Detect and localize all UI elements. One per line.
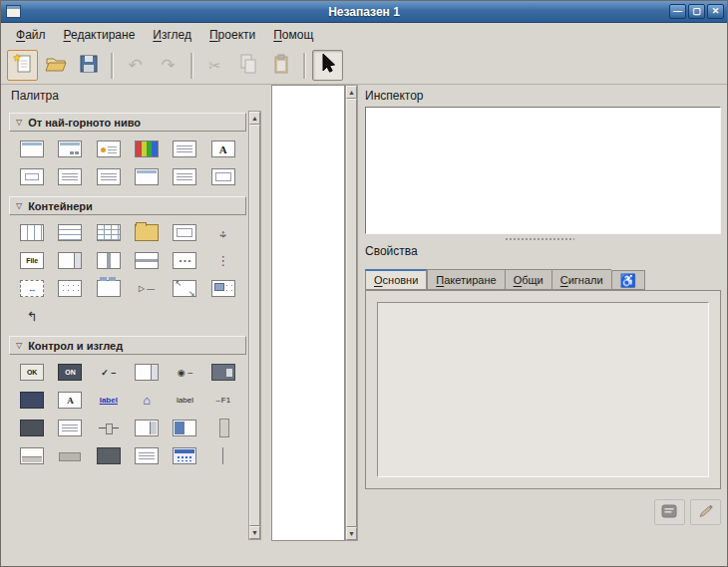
palette-item-input-dialog[interactable] xyxy=(13,168,51,185)
palette-item-toolbar-strip[interactable] xyxy=(90,447,128,464)
statusbar-icon xyxy=(20,447,44,464)
alignment-icon xyxy=(211,224,235,241)
menu-view[interactable]: Изглед xyxy=(144,25,200,45)
palette-item-font-selection-dialog[interactable]: A xyxy=(204,141,242,157)
palette-item-scrolled-window[interactable] xyxy=(166,280,203,297)
menu-projects[interactable]: Проекти xyxy=(200,25,264,45)
palette-item-hpaned[interactable] xyxy=(90,252,128,269)
scroll-down-icon[interactable]: ▼ xyxy=(249,526,260,539)
palette-item-message-dialog[interactable] xyxy=(90,141,128,157)
menu-help[interactable]: Помощ xyxy=(264,25,322,45)
pointer-button[interactable] xyxy=(312,50,343,81)
palette-item-text-view[interactable] xyxy=(51,420,89,436)
palette-item-vbox[interactable] xyxy=(51,224,89,241)
palette-item-toggle-button[interactable]: ON xyxy=(51,364,89,381)
combo-box-icon xyxy=(211,364,235,381)
tab-accessibility[interactable]: ♿ xyxy=(611,270,645,290)
palette-item-frame[interactable] xyxy=(166,224,203,241)
palette-item-file-selection-dialog[interactable] xyxy=(166,141,203,157)
palette-item-window[interactable] xyxy=(13,141,51,157)
minimize-button[interactable]: — xyxy=(669,4,686,19)
palette-item-expander[interactable] xyxy=(128,280,166,297)
tab-general[interactable]: Основни xyxy=(365,269,427,290)
palette-item-popup-window[interactable] xyxy=(204,168,242,185)
palette-item-vpaned[interactable] xyxy=(128,252,166,269)
vscrollbar-icon xyxy=(211,420,235,436)
palette-item-dialog[interactable] xyxy=(51,141,89,157)
palette-item-text-entry[interactable]: A xyxy=(51,392,89,409)
palette-item-fixed[interactable] xyxy=(128,224,166,241)
palette-item-toolbar-widget[interactable] xyxy=(51,252,89,269)
palette-item-list-view[interactable] xyxy=(128,447,166,464)
palette-item-layout[interactable] xyxy=(204,280,242,297)
palette-item-event-box[interactable] xyxy=(51,280,89,297)
palette-item-label[interactable]: label xyxy=(166,392,203,409)
menu-edit[interactable]: Редактиране xyxy=(55,25,145,45)
save-button[interactable] xyxy=(73,50,104,81)
palette-item-calendar[interactable] xyxy=(166,447,203,464)
scroll-down-icon[interactable]: ▼ xyxy=(346,527,357,540)
palette-item-vscrollbar[interactable] xyxy=(204,420,242,436)
pane-gripper[interactable] xyxy=(505,237,574,241)
palette-item-spin-button[interactable] xyxy=(128,420,166,436)
palette-item-file-chooser-dialog[interactable] xyxy=(90,168,128,185)
image-icon xyxy=(20,420,44,436)
palette-item-about-dialog[interactable] xyxy=(51,168,89,185)
canvas-scrollbar[interactable]: ▲ ▼ xyxy=(345,85,358,541)
titlebar[interactable]: Незапазен 1 — ▢ ✕ xyxy=(1,1,727,23)
palette-item-progress-bar[interactable] xyxy=(166,420,203,436)
palette-item-check-button[interactable] xyxy=(90,364,128,381)
scroll-up-icon[interactable]: ▲ xyxy=(249,112,260,125)
new-button[interactable] xyxy=(7,50,38,81)
palette-item-color-selection-dialog[interactable] xyxy=(128,141,166,157)
palette-item-combo-box[interactable] xyxy=(204,364,242,381)
palette-item-recent-chooser-dialog[interactable] xyxy=(166,168,203,185)
palette-item-menubar[interactable]: File xyxy=(13,252,51,269)
vbox-icon xyxy=(58,224,82,241)
palette-item-handle-box[interactable] xyxy=(13,308,51,325)
palette-item-hscale[interactable] xyxy=(90,420,128,436)
palette-section-header-1[interactable]: ▽Контейнери xyxy=(9,196,246,215)
tab-packing[interactable]: Пакетиране xyxy=(427,269,504,290)
palette-item-notebook[interactable] xyxy=(90,280,128,297)
palette-section-header-2[interactable]: ▽Контрол и изглед xyxy=(9,336,246,355)
palette-item-link-button[interactable]: label xyxy=(90,392,128,409)
palette-item-viewport[interactable] xyxy=(13,280,51,297)
open-button[interactable] xyxy=(40,50,71,81)
scroll-up-icon[interactable]: ▲ xyxy=(346,86,357,99)
content-area: Палитра ▽От най-горното нивоA▽Контейнери… xyxy=(1,85,727,566)
palette-item-image[interactable] xyxy=(13,420,51,436)
palette-item-table[interactable] xyxy=(90,224,128,241)
tab-signals[interactable]: Сигнали xyxy=(551,269,611,290)
palette-item-button[interactable]: OK xyxy=(13,364,51,381)
palette-item-vseparator[interactable] xyxy=(204,447,242,464)
palette-item-entry[interactable] xyxy=(13,392,51,409)
palette-scrollbar[interactable]: ▲ ▼ xyxy=(248,111,261,540)
toolbar-separator xyxy=(303,53,305,79)
palette-item-vbuttonbox[interactable] xyxy=(204,252,242,269)
assistant-icon xyxy=(135,168,159,185)
scrollbar-thumb[interactable] xyxy=(346,99,357,527)
palette-section-header-0[interactable]: ▽От най-горното ниво xyxy=(9,113,246,132)
menu-file[interactable]: Файл xyxy=(7,25,55,45)
palette-item-hbox[interactable] xyxy=(13,224,51,241)
palette-item-hscrollbar[interactable] xyxy=(51,447,89,464)
palette-item-assistant[interactable] xyxy=(128,168,166,185)
workspace-canvas[interactable] xyxy=(271,85,345,541)
inspector-tree[interactable] xyxy=(365,107,721,234)
scrollbar-thumb[interactable] xyxy=(249,125,260,526)
maximize-button[interactable]: ▢ xyxy=(688,4,705,19)
close-button[interactable]: ✕ xyxy=(707,4,724,19)
palette-item-alignment[interactable] xyxy=(204,224,242,241)
palette-item-accel-label[interactable]: F1 xyxy=(204,392,242,409)
edit-button xyxy=(690,499,721,525)
palette-item-statusbar[interactable] xyxy=(13,447,51,464)
palette-item-radio-button[interactable] xyxy=(166,364,203,381)
file-selection-dialog-icon xyxy=(173,141,196,157)
palette-item-option-menu[interactable] xyxy=(128,364,166,381)
palette-item-combo-box-entry[interactable] xyxy=(128,392,166,409)
tab-common[interactable]: Общи xyxy=(505,269,551,290)
properties-page xyxy=(377,302,709,477)
palette-item-hbuttonbox[interactable] xyxy=(166,252,203,269)
progress-bar-icon xyxy=(173,420,196,436)
